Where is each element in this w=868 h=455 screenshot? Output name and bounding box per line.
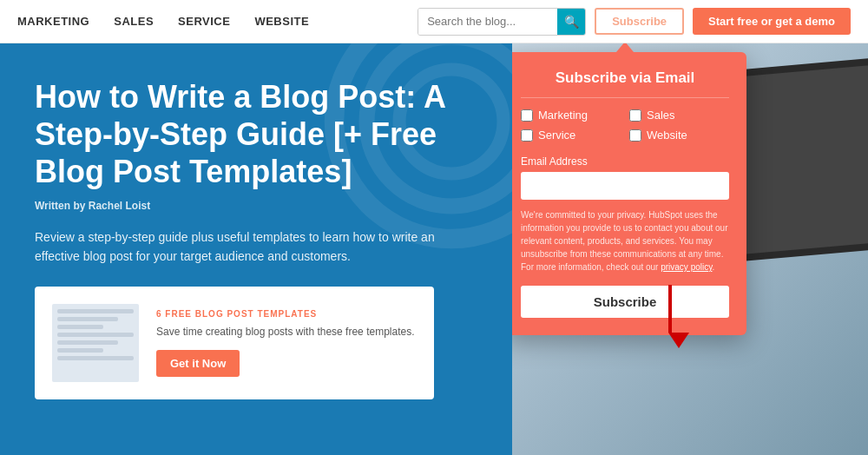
nav-links: MARKETING SALES SERVICE WEBSITE [17,15,418,28]
get-it-now-button[interactable]: Get it Now [156,350,240,377]
author-prefix: Written by [35,200,89,212]
hero-author: Written by Rachel Loist [35,200,477,212]
hero-right: Subscribe via Email Marketing Sales Serv… [512,43,868,455]
hero-section: How to Write a Blog Post: A Step-by-Step… [0,43,868,455]
subscribe-button[interactable]: Subscribe [595,8,684,35]
hero-card: 6 FREE BLOG POST TEMPLATES Save time cre… [35,287,434,399]
thumb-line-4 [57,333,134,337]
search-icon: 🔍 [564,15,579,29]
card-thumbnail [52,304,139,382]
arrow-shaft [668,285,672,333]
hero-title: How to Write a Blog Post: A Step-by-Step… [35,78,477,191]
nav-link-marketing[interactable]: MARKETING [17,15,89,28]
hero-description: Review a step-by-step guide plus useful … [35,228,451,267]
author-name: Rachel Loist [89,200,150,212]
checkbox-marketing-label: Marketing [538,109,588,122]
checkbox-website-label: Website [647,129,687,142]
thumb-line-5 [57,340,118,345]
start-free-button[interactable]: Start free or get a demo [693,8,851,35]
checkbox-service-label: Service [538,129,575,142]
card-eyebrow: 6 FREE BLOG POST TEMPLATES [156,309,417,319]
card-desc: Save time creating blog posts with these… [156,324,417,340]
popup-arrow-up [616,43,634,52]
checkbox-service-input[interactable] [521,129,533,142]
checkbox-service[interactable]: Service [521,129,621,142]
thumb-line-6 [57,348,103,353]
thumb-line-7 [57,356,134,360]
popup-subscribe-button[interactable]: Subscribe [521,286,729,318]
thumb-line-2 [57,317,118,321]
privacy-policy-link[interactable]: privacy policy [661,262,712,272]
checkbox-sales[interactable]: Sales [629,109,729,122]
privacy-text: We're committed to your privacy. HubSpot… [521,208,729,274]
hero-left: How to Write a Blog Post: A Step-by-Step… [0,43,512,455]
search-input[interactable] [418,9,557,35]
nav-right: 🔍 Subscribe Start free or get a demo [418,8,851,36]
checkbox-sales-label: Sales [647,109,675,122]
checkbox-sales-input[interactable] [629,109,641,122]
thumb-line-3 [57,325,103,329]
email-input[interactable] [521,172,729,200]
checkbox-website[interactable]: Website [629,129,729,142]
checkbox-website-input[interactable] [629,129,641,142]
nav-link-service[interactable]: SERVICE [178,15,230,28]
subscribe-popup: Subscribe via Email Marketing Sales Serv… [512,52,746,335]
checkbox-grid: Marketing Sales Service Website [521,109,729,142]
navbar: MARKETING SALES SERVICE WEBSITE 🔍 Subscr… [0,0,868,43]
nav-link-sales[interactable]: SALES [114,15,154,28]
nav-link-website[interactable]: WEBSITE [254,15,309,28]
thumb-lines [52,304,139,369]
card-content: 6 FREE BLOG POST TEMPLATES Save time cre… [156,309,417,377]
search-button[interactable]: 🔍 [557,8,585,36]
email-label: Email Address [521,155,729,168]
checkbox-marketing[interactable]: Marketing [521,109,621,122]
popup-title: Subscribe via Email [521,69,729,98]
search-wrapper: 🔍 [418,8,586,36]
checkbox-marketing-input[interactable] [521,109,533,122]
arrow-head [668,333,689,348]
thumb-line-1 [57,309,134,313]
